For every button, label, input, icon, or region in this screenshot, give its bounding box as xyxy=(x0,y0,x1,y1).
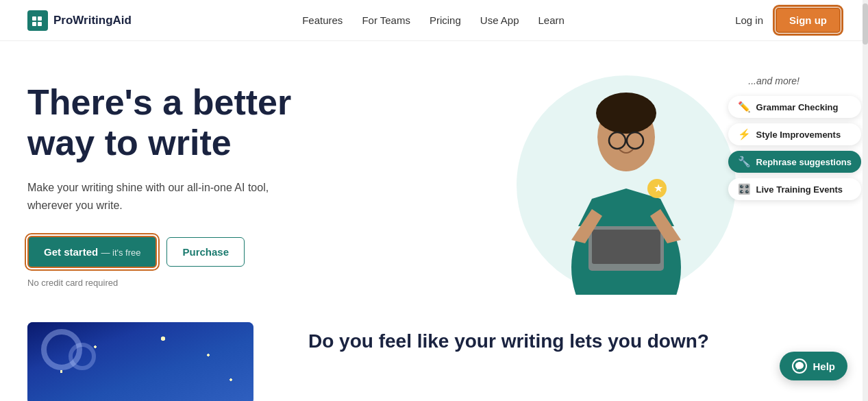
rephrase-icon: 🔧 xyxy=(738,156,751,168)
hero-title-line1: There's a better xyxy=(27,82,291,122)
hero-title: There's a better way to write xyxy=(27,82,411,165)
logo-svg xyxy=(31,14,45,27)
starry-night-image xyxy=(27,322,253,401)
pill-style: ⚡ Style Improvements xyxy=(728,123,861,145)
hero-left: There's a better way to write Make your … xyxy=(27,82,411,289)
bottom-section: Do you feel like your writing lets you d… xyxy=(0,315,868,401)
bottom-heading: Do you feel like your writing lets you d… xyxy=(308,329,841,354)
svg-text:★: ★ xyxy=(654,182,663,194)
hero-person-illustration: ★ xyxy=(551,75,702,295)
nav-item-use-app[interactable]: Use App xyxy=(480,14,519,26)
purchase-button[interactable]: Purchase xyxy=(166,237,245,267)
logo-icon xyxy=(27,10,48,31)
chat-icon xyxy=(795,361,804,371)
nav-item-learn[interactable]: Learn xyxy=(538,14,565,26)
hero-section: There's a better way to write Make your … xyxy=(0,41,868,315)
nav-links: Features For Teams Pricing Use App Learn xyxy=(302,14,565,27)
help-icon xyxy=(792,359,807,374)
help-button[interactable]: Help xyxy=(780,352,847,380)
scrollbar-thumb[interactable] xyxy=(863,3,868,45)
hero-title-line2: way to write xyxy=(27,123,232,162)
free-label: — it's free xyxy=(101,247,140,258)
hero-subtitle: Make your writing shine with our all-in-… xyxy=(27,179,288,214)
person-svg: ★ xyxy=(551,75,702,295)
hero-buttons: Get started — it's free Purchase xyxy=(27,236,411,268)
svg-rect-1 xyxy=(38,16,42,21)
pill-live-training-label: Live Training Events xyxy=(756,184,843,195)
bottom-right: Do you feel like your writing lets you d… xyxy=(308,322,841,354)
and-more-text: ...and more! xyxy=(748,75,799,86)
pill-live-training: 🎛️ Live Training Events xyxy=(728,178,861,200)
logo-text: ProWritingAid xyxy=(53,14,132,27)
swirl-2 xyxy=(69,343,96,370)
get-started-label: Get started xyxy=(44,246,98,258)
no-credit-card-text: No credit card required xyxy=(27,278,411,288)
signup-button[interactable]: Sign up xyxy=(776,8,841,33)
nav-item-features[interactable]: Features xyxy=(302,14,343,26)
svg-point-6 xyxy=(596,93,656,134)
feature-pills: ✏️ Grammar Checking ⚡ Style Improvements… xyxy=(728,96,861,200)
starry-night-bg xyxy=(27,322,253,401)
hero-right: ★ ...and more! ✏️ Grammar Checking ⚡ Sty… xyxy=(411,69,841,302)
login-link[interactable]: Log in xyxy=(735,14,763,26)
svg-rect-11 xyxy=(592,230,660,264)
nav-item-pricing[interactable]: Pricing xyxy=(430,14,461,26)
help-label: Help xyxy=(813,361,835,372)
grammar-icon: ✏️ xyxy=(738,101,751,113)
live-training-icon: 🎛️ xyxy=(738,183,751,195)
style-icon: ⚡ xyxy=(738,128,751,141)
pill-rephrase: 🔧 Rephrase suggestions xyxy=(728,151,861,173)
nav-right: Log in Sign up xyxy=(735,8,841,33)
navigation: ProWritingAid Features For Teams Pricing… xyxy=(0,0,868,41)
scrollbar[interactable] xyxy=(863,0,868,401)
logo-link[interactable]: ProWritingAid xyxy=(27,10,132,31)
pill-rephrase-label: Rephrase suggestions xyxy=(756,157,852,167)
nav-item-for-teams[interactable]: For Teams xyxy=(362,14,410,26)
svg-rect-2 xyxy=(32,22,36,26)
pill-grammar: ✏️ Grammar Checking xyxy=(728,96,861,118)
svg-rect-3 xyxy=(38,22,42,26)
get-started-button[interactable]: Get started — it's free xyxy=(27,236,157,268)
svg-rect-0 xyxy=(32,16,36,21)
pill-style-label: Style Improvements xyxy=(756,130,841,140)
pill-grammar-label: Grammar Checking xyxy=(756,102,839,112)
